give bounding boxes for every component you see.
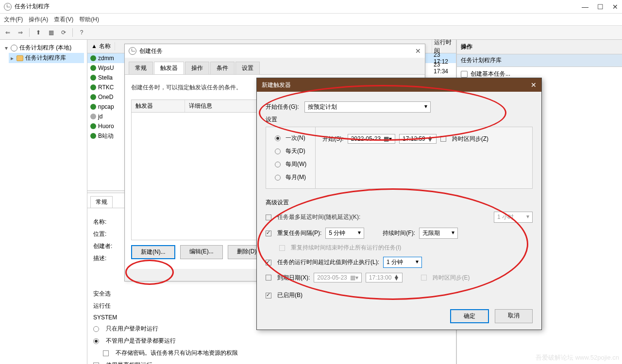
tb-help-icon[interactable]: ?	[77, 28, 86, 37]
minimize-button[interactable]: —	[582, 3, 588, 11]
window-title: 任务计划程序	[15, 2, 50, 11]
start-task-select[interactable]: 按预定计划▾	[304, 101, 431, 113]
tree-collapse-icon[interactable]: ▾	[4, 45, 9, 51]
check-tzsync[interactable]	[440, 136, 446, 142]
label-creator: 创建者:	[93, 242, 112, 250]
begin-time-value: 17:12:59	[403, 135, 425, 142]
radio-daily[interactable]	[275, 149, 281, 154]
maximize-button[interactable]: ☐	[597, 3, 604, 11]
nav-back-icon[interactable]: ⇐	[3, 28, 13, 37]
create-task-icon	[461, 71, 468, 78]
radio-weekly-label: 每周(W)	[286, 160, 306, 168]
duration-select[interactable]: 无限期▾	[419, 228, 458, 239]
folder-icon	[17, 55, 23, 61]
dialog-new-trigger: 新建触发器 ✕ 开始任务(G): 按预定计划▾ 设置 一次(N) 每天(D) 每…	[256, 78, 542, 330]
menu-view[interactable]: 查看(V)	[54, 16, 73, 24]
tab-settings[interactable]: 设置	[235, 62, 260, 74]
check-stop[interactable]	[266, 260, 271, 265]
tzsync-label: 跨时区同步(Z)	[452, 135, 488, 143]
menu-file[interactable]: 文件(F)	[4, 16, 23, 24]
tree-expand-icon[interactable]: ▸	[10, 55, 15, 62]
task-name: WpsU	[98, 65, 114, 71]
label-opt2: 不管用户是否登录都要运行	[106, 337, 176, 345]
tb-refresh-icon[interactable]: ⟳	[59, 28, 68, 37]
label-opt1: 只在用户登录时运行	[106, 325, 158, 333]
delay-select: 1 小时▾	[494, 212, 533, 223]
chevron-down-icon: ▾	[358, 229, 361, 237]
enabled-label: 已启用(B)	[277, 291, 303, 299]
check-repeat[interactable]	[266, 231, 271, 236]
expire-time-value: 17:13:00	[369, 274, 392, 281]
col-name[interactable]: 名称	[99, 43, 111, 50]
tb-grid-icon[interactable]: ▦	[46, 28, 56, 37]
check-enabled[interactable]	[266, 293, 271, 298]
ok-button[interactable]: 确定	[450, 309, 489, 323]
radio-loggedon[interactable]	[93, 326, 99, 332]
expire-label: 到期日期(X):	[277, 274, 310, 282]
begin-date-input[interactable]: 2022-05-23▦▾	[348, 134, 395, 144]
col-trigger[interactable]: 触发器	[132, 100, 185, 112]
time-spinner-icon[interactable]: ▲▼	[427, 136, 433, 141]
menu-action[interactable]: 操作(A)	[29, 16, 48, 24]
task-status-icon	[90, 133, 96, 139]
task-status-icon	[90, 84, 96, 90]
delay-value: 1 小时	[497, 213, 514, 221]
task-status-icon	[90, 123, 96, 129]
nav-fwd-icon[interactable]: ⇒	[16, 28, 25, 37]
task-name: zdmm	[98, 55, 114, 62]
cancel-button[interactable]: 取消	[495, 309, 533, 323]
label-desc: 描述:	[93, 254, 106, 263]
check-nopwd[interactable]	[103, 350, 109, 356]
task-status-icon	[90, 94, 96, 100]
sort-up-icon[interactable]: ▲	[91, 43, 97, 50]
repeat-select[interactable]: 5 分钟▾	[325, 228, 364, 239]
check-delay[interactable]	[266, 215, 271, 220]
repeat-label: 重复任务间隔(P):	[277, 229, 321, 237]
task-name: jd	[98, 113, 102, 120]
tree-root[interactable]: ▾ 任务计划程序 (本地)	[3, 43, 84, 53]
check-repeatstop	[279, 245, 285, 251]
time-spinner-icon: ▲▼	[393, 275, 399, 280]
begin-time-input[interactable]: 17:12:59▲▼	[399, 134, 437, 144]
chevron-down-icon: ▾	[452, 229, 454, 237]
radio-anylogon[interactable]	[93, 338, 99, 344]
duration-value: 无限期	[422, 229, 440, 237]
radio-once[interactable]	[275, 135, 281, 141]
tb-up-icon[interactable]: ⬆	[34, 28, 43, 37]
stop-label: 任务的运行时间超过此值则停止执行(L):	[277, 258, 379, 266]
settings-label: 设置	[266, 116, 533, 124]
new-trigger-button[interactable]: 新建(N)...	[131, 245, 175, 259]
dialog1-title: 创建任务	[139, 47, 163, 55]
tab-general[interactable]: 常规	[129, 62, 153, 74]
action-create-label: 创建基本任务...	[471, 70, 510, 78]
calendar-icon: ▦▾	[384, 135, 392, 142]
radio-weekly[interactable]	[275, 162, 281, 167]
bottom-tab-general[interactable]: 常规	[90, 196, 113, 208]
tab-trigger[interactable]: 触发器	[154, 62, 184, 74]
check-expire[interactable]	[266, 275, 271, 281]
radio-monthly[interactable]	[275, 175, 281, 181]
begin-date-value: 2022-05-23	[351, 135, 381, 142]
tab-condition[interactable]: 条件	[210, 62, 235, 74]
stop-select[interactable]: 1 分钟▾	[383, 257, 422, 268]
task-name: OneD	[98, 94, 113, 100]
tree-root-label: 任务计划程序 (本地)	[19, 44, 71, 52]
task-status-icon	[90, 75, 96, 81]
actions-header: 操作	[457, 40, 622, 54]
tree-library[interactable]: ▸ 任务计划程序库	[9, 53, 84, 63]
dialog1-close-icon[interactable]: ✕	[415, 47, 421, 55]
duration-label: 持续时间(F):	[383, 229, 415, 237]
edit-trigger-button[interactable]: 编辑(E)...	[180, 245, 223, 259]
tab-operation[interactable]: 操作	[185, 62, 209, 74]
task-status-icon	[90, 55, 96, 61]
menu-help[interactable]: 帮助(H)	[79, 16, 99, 24]
task-name: Stella	[98, 74, 113, 81]
start-task-value: 按预定计划	[308, 103, 337, 111]
radio-daily-label: 每天(D)	[286, 147, 305, 155]
expire-time-input: 17:13:00▲▼	[366, 273, 403, 282]
radio-monthly-label: 每月(M)	[286, 173, 306, 182]
check-highpriv[interactable]	[93, 363, 99, 364]
dialog2-close-icon[interactable]: ✕	[531, 81, 537, 89]
stop-value: 1 分钟	[387, 258, 403, 266]
close-button[interactable]: ✕	[612, 3, 618, 11]
